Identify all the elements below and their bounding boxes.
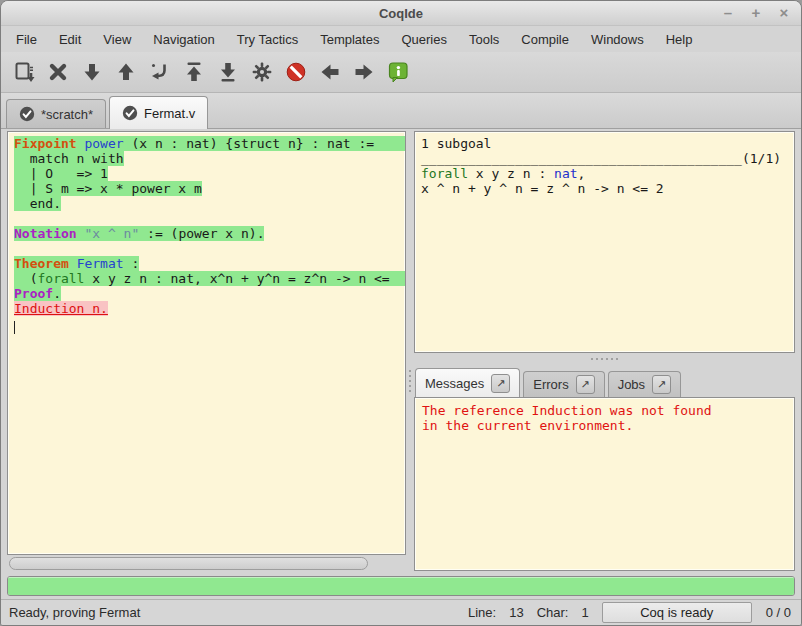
code-line: (forall x y z n : nat, x^n + y^n = z^n -…	[14, 271, 405, 286]
code-line: Notation "x ^ n" := (power x n).	[14, 226, 405, 241]
tab-label: Jobs	[618, 377, 645, 392]
about-button[interactable]	[381, 56, 415, 88]
menu-item-view[interactable]: View	[92, 28, 142, 51]
menu-item-tools[interactable]: Tools	[458, 28, 510, 51]
code-line	[14, 316, 405, 331]
status-text: Ready, proving Fermat	[9, 605, 140, 620]
messages-pane[interactable]: The reference Induction was not foundin …	[414, 397, 795, 571]
interrupt-button[interactable]	[279, 56, 313, 88]
menu-item-queries[interactable]: Queries	[390, 28, 458, 51]
menu-item-windows[interactable]: Windows	[580, 28, 655, 51]
step-backward-button[interactable]	[109, 56, 143, 88]
code-line: 1 subgoal	[421, 136, 794, 151]
coq-state-indicator[interactable]: Coq is ready	[602, 602, 752, 623]
messages-tab-bar: Messages↗Errors↗Jobs↗	[414, 365, 795, 397]
title-bar: CoqIde – + ×	[1, 1, 801, 26]
menu-item-help[interactable]: Help	[655, 28, 704, 51]
arrow-up-icon	[114, 60, 138, 84]
line-value: 13	[509, 605, 523, 620]
menu-item-templates[interactable]: Templates	[309, 28, 390, 51]
close-doc-icon	[46, 60, 70, 84]
code-line	[14, 211, 405, 226]
tab-label: Messages	[425, 376, 484, 391]
minimize-button[interactable]: –	[721, 6, 735, 20]
script-column: Fixpoint power (x n : nat) {struct n} : …	[7, 131, 406, 571]
vertical-splitter[interactable]	[406, 131, 414, 571]
run-to-end-button[interactable]	[211, 56, 245, 88]
next-button[interactable]	[347, 56, 381, 88]
info-bubble-icon	[386, 60, 410, 84]
line-label: Line:	[468, 605, 496, 620]
editor-tab-fermat-v[interactable]: Fermat.v	[109, 96, 208, 129]
tab-label: *scratch*	[41, 107, 93, 122]
editor-tab--scratch-[interactable]: *scratch*	[6, 99, 106, 128]
code-line: match n with	[14, 151, 405, 166]
scrollbar-thumb[interactable]	[9, 557, 368, 570]
detach-icon[interactable]: ↗	[491, 374, 510, 393]
code-line: Theorem Fermat :	[14, 256, 405, 271]
splitter-handle-dots	[591, 358, 618, 360]
code-line	[14, 241, 405, 256]
detach-icon[interactable]: ↗	[652, 375, 671, 394]
check-circle-icon	[122, 105, 138, 121]
script-editor[interactable]: Fixpoint power (x n : nat) {struct n} : …	[7, 131, 406, 555]
code-line: forall x y z n : nat,	[421, 166, 794, 181]
status-right: Line: 13 Char: 1 Coq is ready 0 / 0	[468, 602, 791, 623]
window-controls: – + ×	[721, 1, 791, 25]
toolbar	[1, 52, 801, 93]
code-line: Fixpoint power (x n : nat) {struct n} : …	[14, 136, 405, 151]
arrow-down-to-bar-icon	[216, 60, 240, 84]
menu-item-compile[interactable]: Compile	[510, 28, 580, 51]
save-button[interactable]	[7, 56, 41, 88]
code-line: Induction n.	[14, 301, 405, 316]
arrow-down-icon	[80, 60, 104, 84]
code-line: | S m => x * power x m	[14, 181, 405, 196]
char-value: 1	[581, 605, 588, 620]
code-line: Proof.	[14, 286, 405, 301]
editor-tab-bar: *scratch*Fermat.v	[1, 93, 801, 129]
status-bar: Ready, proving Fermat Line: 13 Char: 1 C…	[1, 599, 801, 625]
menu-item-try-tactics[interactable]: Try Tactics	[226, 28, 309, 51]
messages-tab-errors[interactable]: Errors↗	[523, 371, 604, 397]
code-line: | O => 1	[14, 166, 405, 181]
messages-tab-jobs[interactable]: Jobs↗	[608, 371, 681, 397]
go-to-cursor-icon	[148, 60, 172, 84]
go-to-cursor-button[interactable]	[143, 56, 177, 88]
horizontal-scrollbar	[7, 555, 406, 571]
step-forward-button[interactable]	[75, 56, 109, 88]
window-title: CoqIde	[379, 6, 423, 21]
proof-column: 1 subgoal_______________________________…	[414, 131, 795, 571]
messages-tab-messages[interactable]: Messages↗	[415, 368, 520, 398]
preferences-button[interactable]	[245, 56, 279, 88]
detach-icon[interactable]: ↗	[576, 375, 595, 394]
close-button[interactable]: ×	[777, 6, 791, 20]
splitter-handle-dots	[409, 370, 411, 392]
code-line: The reference Induction was not found	[422, 403, 794, 418]
goals-pane[interactable]: 1 subgoal_______________________________…	[414, 131, 795, 353]
arrow-left-icon	[318, 60, 342, 84]
horizontal-splitter[interactable]	[414, 353, 795, 365]
menu-item-navigation[interactable]: Navigation	[142, 28, 225, 51]
char-label: Char:	[537, 605, 569, 620]
progress-bar	[7, 576, 795, 596]
progress-row	[1, 571, 801, 599]
menu-item-edit[interactable]: Edit	[48, 28, 92, 51]
maximize-button[interactable]: +	[749, 6, 763, 20]
arrow-up-to-bar-icon	[182, 60, 206, 84]
gear-icon	[250, 60, 274, 84]
code-line: x ^ n + y ^ n = z ^ n -> n <= 2	[421, 181, 794, 196]
close-doc-button[interactable]	[41, 56, 75, 88]
main-area: Fixpoint power (x n : nat) {struct n} : …	[1, 129, 801, 571]
restart-button[interactable]	[177, 56, 211, 88]
progress-fill	[8, 577, 794, 595]
menu-bar: FileEditViewNavigationTry TacticsTemplat…	[1, 26, 801, 52]
code-line: ________________________________________…	[421, 151, 794, 166]
menu-item-file[interactable]: File	[5, 28, 48, 51]
check-circle-icon	[19, 106, 35, 122]
code-line: in the current environment.	[422, 418, 794, 433]
previous-button[interactable]	[313, 56, 347, 88]
arrow-right-icon	[352, 60, 376, 84]
tab-label: Fermat.v	[144, 106, 195, 121]
worker-counter: 0 / 0	[766, 605, 791, 620]
code-line: end.	[14, 196, 405, 211]
